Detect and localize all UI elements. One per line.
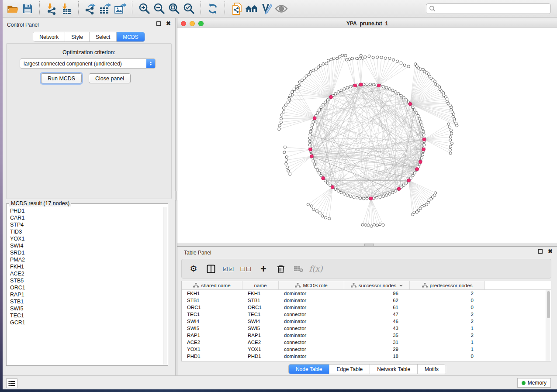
dominator-node[interactable] bbox=[369, 197, 373, 200]
mcds-result-item[interactable]: SWI5 bbox=[7, 305, 163, 312]
mcds-result-item[interactable]: PHD1 bbox=[7, 207, 163, 214]
dominator-node[interactable] bbox=[331, 186, 334, 189]
search-input[interactable] bbox=[426, 3, 551, 14]
show-columns-icon[interactable] bbox=[204, 262, 218, 275]
cell-shared-name[interactable]: RAP1 bbox=[182, 332, 242, 339]
cell-MCDS-role[interactable]: connector bbox=[279, 346, 344, 353]
cell-successor-nodes[interactable]: 46 bbox=[344, 318, 410, 325]
mcds-result-item[interactable]: FKH1 bbox=[7, 263, 163, 270]
cell-MCDS-role[interactable]: connector bbox=[279, 311, 344, 318]
zoom-fit-icon[interactable] bbox=[166, 2, 181, 16]
tab-motifs[interactable]: Motifs bbox=[417, 364, 446, 374]
column-header-name[interactable]: name bbox=[242, 281, 279, 289]
cell-MCDS-role[interactable]: dominator bbox=[279, 290, 344, 297]
export-image-icon[interactable] bbox=[113, 2, 128, 16]
cell-shared-name[interactable]: ACE2 bbox=[182, 339, 242, 346]
cell-successor-nodes[interactable]: 96 bbox=[344, 290, 410, 297]
dominator-node[interactable] bbox=[322, 176, 325, 180]
export-network-icon[interactable] bbox=[83, 2, 98, 16]
optimization-criterion-select[interactable]: largest connected component (undirected) bbox=[20, 58, 156, 69]
cell-MCDS-role[interactable]: connector bbox=[279, 325, 344, 332]
cell-shared-name[interactable]: SWI5 bbox=[182, 325, 242, 332]
cell-shared-name[interactable]: STB1 bbox=[182, 297, 242, 304]
mcds-result-item[interactable]: PMA2 bbox=[7, 256, 163, 263]
horizontal-splitter[interactable] bbox=[177, 243, 557, 247]
table-settings-gear-icon[interactable]: ⚙ bbox=[187, 262, 200, 275]
close-panel-icon[interactable]: ✖ bbox=[166, 21, 171, 26]
run-mcds-button[interactable]: Run MCDS bbox=[41, 73, 82, 83]
mcds-result-item[interactable]: RAP1 bbox=[7, 291, 163, 298]
mcds-result-scrollbar[interactable] bbox=[163, 207, 167, 364]
cell-shared-name[interactable]: FKH1 bbox=[182, 290, 242, 297]
tab-network[interactable]: Network bbox=[33, 32, 65, 41]
column-header-shared-name[interactable]: shared name bbox=[182, 281, 242, 289]
open-session-icon[interactable] bbox=[5, 2, 20, 16]
cell-name[interactable]: RAP1 bbox=[242, 332, 279, 339]
tab-style[interactable]: Style bbox=[65, 32, 89, 41]
cell-MCDS-role[interactable]: dominator bbox=[279, 304, 344, 311]
select-all-columns-icon[interactable]: ☑☑ bbox=[222, 262, 235, 275]
mcds-result-item[interactable]: STB5 bbox=[7, 277, 163, 284]
cell-shared-name[interactable]: ORC1 bbox=[182, 304, 242, 311]
mcds-result-item[interactable]: ORC1 bbox=[7, 284, 163, 291]
cell-predecessor-nodes[interactable]: 2 bbox=[410, 290, 485, 297]
cell-successor-nodes[interactable]: 29 bbox=[344, 346, 410, 353]
cell-successor-nodes[interactable]: 47 bbox=[344, 311, 410, 318]
cell-successor-nodes[interactable]: 18 bbox=[344, 353, 410, 360]
mcds-result-item[interactable]: STP4 bbox=[7, 221, 163, 228]
cell-predecessor-nodes[interactable]: 2 bbox=[410, 311, 485, 318]
deselect-all-columns-icon[interactable]: ☐☐ bbox=[239, 262, 253, 275]
cell-MCDS-role[interactable]: connector bbox=[279, 339, 344, 346]
mcds-result-item[interactable]: TEC1 bbox=[7, 312, 163, 319]
mcds-result-item[interactable]: TID3 bbox=[7, 228, 163, 235]
cell-name[interactable]: STB1 bbox=[242, 297, 279, 304]
save-session-icon[interactable] bbox=[20, 2, 35, 16]
table-scrollbar[interactable] bbox=[546, 290, 550, 361]
dominator-node[interactable] bbox=[310, 155, 314, 158]
tab-select[interactable]: Select bbox=[89, 32, 116, 41]
cell-successor-nodes[interactable]: 62 bbox=[344, 297, 410, 304]
cell-name[interactable]: PHD1 bbox=[242, 353, 279, 360]
cell-successor-nodes[interactable]: 61 bbox=[344, 304, 410, 311]
home-pages-icon[interactable] bbox=[244, 2, 259, 16]
dominator-node[interactable] bbox=[415, 168, 419, 171]
network-view-canvas[interactable] bbox=[177, 28, 557, 243]
mcds-result-item[interactable]: YOX1 bbox=[7, 235, 163, 242]
cell-name[interactable]: FKH1 bbox=[242, 290, 279, 297]
cell-shared-name[interactable]: SWI4 bbox=[182, 318, 242, 325]
close-panel-icon[interactable]: ✖ bbox=[548, 249, 553, 254]
cell-name[interactable]: ORC1 bbox=[242, 304, 279, 311]
import-network-icon[interactable] bbox=[44, 2, 59, 16]
dominator-node[interactable] bbox=[313, 117, 316, 120]
cell-predecessor-nodes[interactable]: 1 bbox=[410, 346, 485, 353]
cell-MCDS-role[interactable]: dominator bbox=[279, 353, 344, 360]
refresh-icon[interactable] bbox=[205, 2, 220, 16]
cell-successor-nodes[interactable]: 35 bbox=[344, 332, 410, 339]
cell-name[interactable]: YOX1 bbox=[242, 346, 279, 353]
cell-name[interactable]: SWI4 bbox=[242, 318, 279, 325]
mcds-result-item[interactable]: CAR1 bbox=[7, 214, 163, 221]
mcds-result-item[interactable]: SRD1 bbox=[7, 249, 163, 256]
import-table-icon[interactable] bbox=[59, 2, 74, 16]
cell-shared-name[interactable]: TEC1 bbox=[182, 311, 242, 318]
dominator-node[interactable] bbox=[407, 179, 411, 182]
cell-predecessor-nodes[interactable]: 1 bbox=[410, 325, 485, 332]
dominator-node[interactable] bbox=[329, 95, 333, 99]
cell-predecessor-nodes[interactable]: 2 bbox=[410, 332, 485, 339]
table-scrollbar-thumb[interactable] bbox=[547, 291, 550, 318]
tab-node-table[interactable]: Node Table bbox=[289, 364, 329, 374]
column-header-MCDS-role[interactable]: MCDS role bbox=[279, 281, 344, 289]
float-panel-icon[interactable] bbox=[156, 21, 161, 26]
close-panel-button[interactable]: Close panel bbox=[89, 73, 131, 83]
dominator-node[interactable] bbox=[422, 148, 426, 151]
cell-predecessor-nodes[interactable]: 2 bbox=[410, 318, 485, 325]
cell-name[interactable]: ACE2 bbox=[242, 339, 279, 346]
zoom-selected-icon[interactable] bbox=[181, 2, 196, 16]
dominator-node[interactable] bbox=[308, 148, 312, 151]
cell-predecessor-nodes[interactable]: 1 bbox=[410, 339, 485, 346]
mcds-result-item[interactable]: SWI4 bbox=[7, 242, 163, 249]
dominator-node[interactable] bbox=[397, 187, 401, 191]
tab-mcds[interactable]: MCDS bbox=[116, 32, 144, 41]
cell-shared-name[interactable]: PHD1 bbox=[182, 353, 242, 360]
vizmap-style-icon[interactable] bbox=[259, 2, 274, 16]
